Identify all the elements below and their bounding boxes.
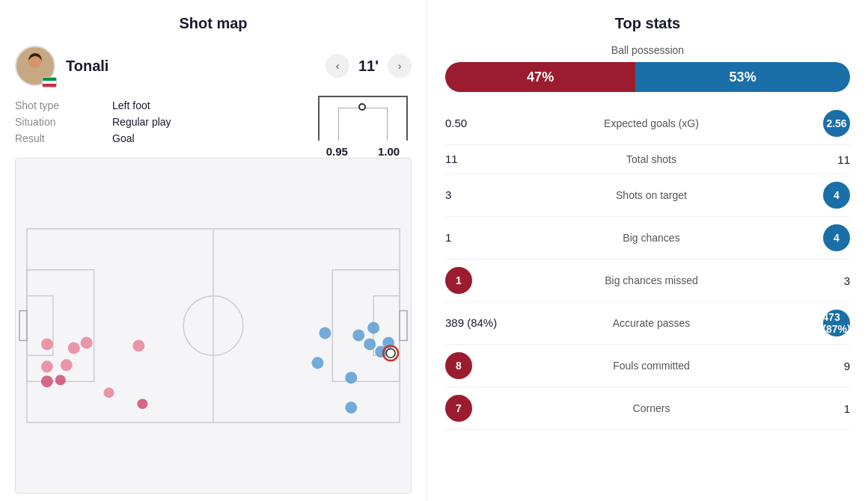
- goal-diagram: 0.95 xG 1.00 xGOT: [314, 96, 412, 167]
- stat-right-badge-container: 473 (87%): [760, 310, 850, 336]
- svg-point-22: [137, 399, 147, 409]
- stat-left-container: 0.50: [445, 117, 542, 130]
- svg-point-24: [312, 357, 324, 369]
- shot-info: Shot type Left foot Situation Regular pl…: [15, 99, 412, 144]
- stat-left-badge: 1: [445, 267, 472, 294]
- pitch-svg: [16, 159, 411, 493]
- shot-type-label: Shot type: [15, 99, 112, 111]
- possession-left: 47%: [445, 62, 635, 92]
- stat-left-container: 8: [445, 352, 542, 379]
- stat-right-badge: 4: [823, 182, 850, 209]
- stats-list: 0.50 Expected goals (xG) 2.56 11 Total s…: [445, 102, 850, 430]
- stat-center-label: Corners: [542, 402, 760, 414]
- minute-label: 11': [358, 58, 379, 75]
- xg-number: 0.95: [326, 145, 348, 158]
- stat-right-value: 1: [760, 402, 850, 415]
- svg-point-26: [367, 322, 379, 334]
- stat-row: 1 Big chances 4: [445, 217, 850, 259]
- stat-right-value: 9: [760, 360, 850, 372]
- stat-right-badge-container: 4: [760, 224, 850, 251]
- stat-left-value: 1: [445, 231, 451, 244]
- stat-left-value: 3: [445, 188, 451, 201]
- stat-right-value: 3: [760, 274, 850, 287]
- stat-left-container: 389 (84%): [445, 316, 542, 330]
- stat-center-label: Total shots: [542, 153, 760, 165]
- svg-point-17: [41, 360, 53, 372]
- stat-row: 8 Fouls committed 9: [445, 345, 850, 387]
- top-stats-title: Top stats: [445, 15, 850, 32]
- stat-left-container: 3: [445, 188, 542, 202]
- stat-center-label: Fouls committed: [542, 360, 760, 372]
- goal-box: [318, 96, 408, 141]
- stat-right-badge: 473 (87%): [823, 310, 850, 336]
- right-panel: Top stats Ball possession 47% 53% 0.50 E…: [427, 0, 868, 501]
- stat-row: 0.50 Expected goals (xG) 2.56: [445, 102, 850, 145]
- stat-center-label: Big chances: [542, 232, 760, 244]
- svg-point-23: [319, 327, 331, 339]
- result-label: Result: [15, 132, 112, 144]
- situation-label: Situation: [15, 116, 112, 128]
- stat-row: 3 Shots on target 4: [445, 174, 850, 217]
- stat-center-label: Shots on target: [542, 189, 760, 201]
- stat-left-container: 7: [445, 395, 542, 422]
- pitch-container: [15, 158, 412, 494]
- possession-right: 53%: [635, 62, 850, 92]
- possession-section: Ball possession 47% 53%: [445, 44, 850, 92]
- possession-bar: 47% 53%: [445, 62, 850, 92]
- shot-map-title: Shot map: [15, 15, 412, 32]
- svg-point-25: [352, 329, 364, 341]
- stat-center-label: Big chances missed: [542, 274, 760, 286]
- stat-left-value: 11: [445, 153, 458, 165]
- stat-row: 11 Total shots 11: [445, 145, 850, 174]
- svg-point-21: [104, 387, 114, 398]
- svg-point-15: [81, 336, 93, 348]
- flag-badge: [42, 77, 57, 87]
- prev-button[interactable]: ‹: [326, 54, 349, 78]
- svg-point-20: [55, 375, 66, 385]
- stat-right-badge-container: 4: [760, 182, 850, 209]
- stat-left-badge: 7: [445, 395, 472, 422]
- stat-left-value: 0.50: [445, 117, 467, 129]
- svg-point-27: [364, 338, 376, 350]
- stat-center-label: Accurate passes: [542, 317, 760, 329]
- stat-right-badge: 4: [823, 224, 850, 251]
- svg-point-33: [386, 348, 395, 357]
- player-name: Tonali: [66, 58, 326, 75]
- minute-nav: ‹ 11' ›: [326, 54, 412, 78]
- stat-row: 1 Big chances missed 3: [445, 259, 850, 302]
- stat-left-container: 1: [445, 267, 542, 294]
- stat-right-value: 11: [760, 153, 850, 166]
- stat-center-label: Expected goals (xG): [542, 117, 760, 129]
- svg-point-18: [61, 359, 73, 371]
- svg-point-13: [41, 338, 53, 350]
- stat-row: 389 (84%) Accurate passes 473 (87%): [445, 302, 850, 345]
- stat-right-badge: 2.56: [823, 110, 850, 137]
- stat-left-badge: 8: [445, 352, 472, 379]
- possession-label: Ball possession: [445, 44, 850, 56]
- goal-inner: [338, 108, 388, 141]
- svg-point-16: [132, 339, 144, 351]
- xgot-number: 1.00: [378, 145, 400, 158]
- avatar: [15, 46, 55, 86]
- svg-point-30: [345, 372, 357, 384]
- svg-point-31: [345, 402, 357, 414]
- stat-left-value: 389 (84%): [445, 316, 497, 329]
- shot-dot: [358, 103, 366, 111]
- left-panel: Shot map Ton: [0, 0, 427, 501]
- stat-right-badge-container: 2.56: [760, 110, 850, 137]
- player-header: Tonali ‹ 11' ›: [15, 46, 412, 86]
- next-button[interactable]: ›: [388, 54, 412, 78]
- stat-left-container: 11: [445, 153, 542, 166]
- main-container: Shot map Ton: [0, 0, 868, 501]
- svg-point-14: [68, 342, 80, 354]
- stat-left-container: 1: [445, 231, 542, 245]
- stat-row: 7 Corners 1: [445, 387, 850, 430]
- svg-point-19: [41, 375, 53, 387]
